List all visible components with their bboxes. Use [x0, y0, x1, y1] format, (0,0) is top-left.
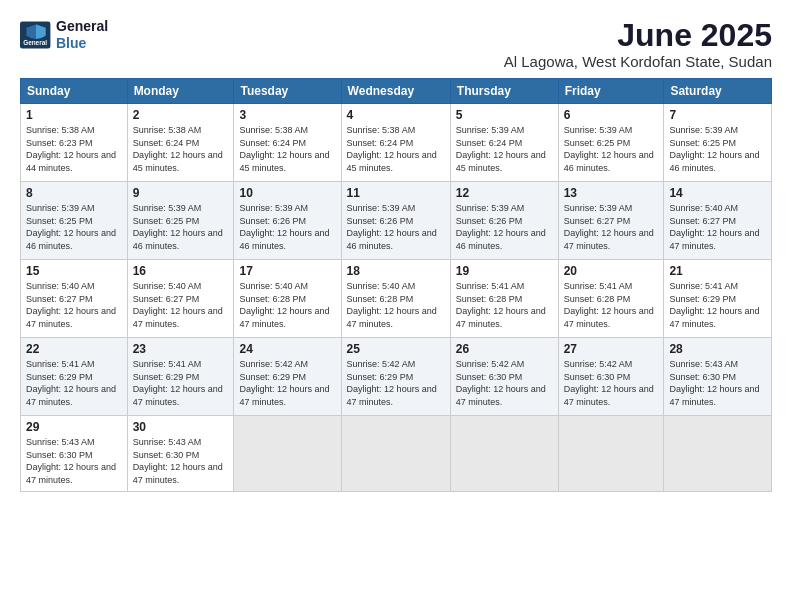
day-number: 22 — [26, 342, 122, 356]
day-number: 29 — [26, 420, 122, 434]
day-number: 17 — [239, 264, 335, 278]
day-info: Sunrise: 5:41 AM Sunset: 6:29 PM Dayligh… — [26, 358, 122, 408]
day-info: Sunrise: 5:39 AM Sunset: 6:26 PM Dayligh… — [456, 202, 553, 252]
header-tuesday: Tuesday — [234, 79, 341, 104]
header-monday: Monday — [127, 79, 234, 104]
day-number: 19 — [456, 264, 553, 278]
day-info: Sunrise: 5:40 AM Sunset: 6:27 PM Dayligh… — [133, 280, 229, 330]
day-info: Sunrise: 5:42 AM Sunset: 6:29 PM Dayligh… — [347, 358, 445, 408]
day-info: Sunrise: 5:41 AM Sunset: 6:28 PM Dayligh… — [564, 280, 659, 330]
calendar-subtitle: Al Lagowa, West Kordofan State, Sudan — [504, 53, 772, 70]
day-info: Sunrise: 5:39 AM Sunset: 6:25 PM Dayligh… — [133, 202, 229, 252]
day-info: Sunrise: 5:39 AM Sunset: 6:25 PM Dayligh… — [669, 124, 766, 174]
table-row: 13 Sunrise: 5:39 AM Sunset: 6:27 PM Dayl… — [558, 182, 664, 260]
day-info: Sunrise: 5:42 AM Sunset: 6:30 PM Dayligh… — [456, 358, 553, 408]
day-number: 16 — [133, 264, 229, 278]
day-number: 5 — [456, 108, 553, 122]
day-info: Sunrise: 5:41 AM Sunset: 6:29 PM Dayligh… — [669, 280, 766, 330]
day-number: 15 — [26, 264, 122, 278]
logo-line2: Blue — [56, 35, 108, 52]
day-number: 25 — [347, 342, 445, 356]
day-number: 1 — [26, 108, 122, 122]
day-info: Sunrise: 5:42 AM Sunset: 6:29 PM Dayligh… — [239, 358, 335, 408]
day-info: Sunrise: 5:38 AM Sunset: 6:24 PM Dayligh… — [133, 124, 229, 174]
day-number: 24 — [239, 342, 335, 356]
table-row — [341, 416, 450, 491]
table-row: 9 Sunrise: 5:39 AM Sunset: 6:25 PM Dayli… — [127, 182, 234, 260]
day-info: Sunrise: 5:43 AM Sunset: 6:30 PM Dayligh… — [26, 436, 122, 486]
table-row: 28 Sunrise: 5:43 AM Sunset: 6:30 PM Dayl… — [664, 338, 772, 416]
day-info: Sunrise: 5:39 AM Sunset: 6:24 PM Dayligh… — [456, 124, 553, 174]
table-row: 29 Sunrise: 5:43 AM Sunset: 6:30 PM Dayl… — [21, 416, 128, 491]
day-number: 4 — [347, 108, 445, 122]
page: General General Blue June 2025 Al Lagowa… — [0, 0, 792, 504]
calendar-title: June 2025 — [504, 18, 772, 53]
day-number: 30 — [133, 420, 229, 434]
day-info: Sunrise: 5:39 AM Sunset: 6:27 PM Dayligh… — [564, 202, 659, 252]
table-row — [234, 416, 341, 491]
weekday-header-row: Sunday Monday Tuesday Wednesday Thursday… — [21, 79, 772, 104]
table-row: 15 Sunrise: 5:40 AM Sunset: 6:27 PM Dayl… — [21, 260, 128, 338]
table-row: 27 Sunrise: 5:42 AM Sunset: 6:30 PM Dayl… — [558, 338, 664, 416]
table-row: 4 Sunrise: 5:38 AM Sunset: 6:24 PM Dayli… — [341, 104, 450, 182]
day-number: 26 — [456, 342, 553, 356]
table-row: 10 Sunrise: 5:39 AM Sunset: 6:26 PM Dayl… — [234, 182, 341, 260]
day-number: 2 — [133, 108, 229, 122]
day-number: 28 — [669, 342, 766, 356]
day-number: 8 — [26, 186, 122, 200]
svg-text:General: General — [23, 39, 47, 46]
table-row: 30 Sunrise: 5:43 AM Sunset: 6:30 PM Dayl… — [127, 416, 234, 491]
day-info: Sunrise: 5:43 AM Sunset: 6:30 PM Dayligh… — [133, 436, 229, 486]
day-info: Sunrise: 5:40 AM Sunset: 6:27 PM Dayligh… — [26, 280, 122, 330]
logo-text: General Blue — [56, 18, 108, 52]
table-row: 20 Sunrise: 5:41 AM Sunset: 6:28 PM Dayl… — [558, 260, 664, 338]
day-info: Sunrise: 5:42 AM Sunset: 6:30 PM Dayligh… — [564, 358, 659, 408]
day-number: 13 — [564, 186, 659, 200]
table-row: 12 Sunrise: 5:39 AM Sunset: 6:26 PM Dayl… — [450, 182, 558, 260]
table-row: 8 Sunrise: 5:39 AM Sunset: 6:25 PM Dayli… — [21, 182, 128, 260]
day-number: 20 — [564, 264, 659, 278]
day-number: 12 — [456, 186, 553, 200]
day-info: Sunrise: 5:40 AM Sunset: 6:27 PM Dayligh… — [669, 202, 766, 252]
day-number: 3 — [239, 108, 335, 122]
day-info: Sunrise: 5:39 AM Sunset: 6:26 PM Dayligh… — [347, 202, 445, 252]
table-row: 14 Sunrise: 5:40 AM Sunset: 6:27 PM Dayl… — [664, 182, 772, 260]
day-info: Sunrise: 5:38 AM Sunset: 6:24 PM Dayligh… — [239, 124, 335, 174]
table-row: 26 Sunrise: 5:42 AM Sunset: 6:30 PM Dayl… — [450, 338, 558, 416]
table-row: 2 Sunrise: 5:38 AM Sunset: 6:24 PM Dayli… — [127, 104, 234, 182]
header-friday: Friday — [558, 79, 664, 104]
logo-line1: General — [56, 18, 108, 35]
table-row: 19 Sunrise: 5:41 AM Sunset: 6:28 PM Dayl… — [450, 260, 558, 338]
day-info: Sunrise: 5:39 AM Sunset: 6:25 PM Dayligh… — [26, 202, 122, 252]
table-row: 18 Sunrise: 5:40 AM Sunset: 6:28 PM Dayl… — [341, 260, 450, 338]
table-row: 21 Sunrise: 5:41 AM Sunset: 6:29 PM Dayl… — [664, 260, 772, 338]
table-row: 22 Sunrise: 5:41 AM Sunset: 6:29 PM Dayl… — [21, 338, 128, 416]
logo-icon: General — [20, 21, 52, 49]
table-row — [450, 416, 558, 491]
table-row: 6 Sunrise: 5:39 AM Sunset: 6:25 PM Dayli… — [558, 104, 664, 182]
day-info: Sunrise: 5:40 AM Sunset: 6:28 PM Dayligh… — [347, 280, 445, 330]
table-row: 5 Sunrise: 5:39 AM Sunset: 6:24 PM Dayli… — [450, 104, 558, 182]
title-area: June 2025 Al Lagowa, West Kordofan State… — [504, 18, 772, 70]
table-row — [558, 416, 664, 491]
day-number: 14 — [669, 186, 766, 200]
day-number: 23 — [133, 342, 229, 356]
day-info: Sunrise: 5:39 AM Sunset: 6:26 PM Dayligh… — [239, 202, 335, 252]
day-info: Sunrise: 5:38 AM Sunset: 6:23 PM Dayligh… — [26, 124, 122, 174]
header-sunday: Sunday — [21, 79, 128, 104]
table-row: 3 Sunrise: 5:38 AM Sunset: 6:24 PM Dayli… — [234, 104, 341, 182]
day-number: 27 — [564, 342, 659, 356]
header-thursday: Thursday — [450, 79, 558, 104]
table-row: 23 Sunrise: 5:41 AM Sunset: 6:29 PM Dayl… — [127, 338, 234, 416]
day-info: Sunrise: 5:40 AM Sunset: 6:28 PM Dayligh… — [239, 280, 335, 330]
day-number: 18 — [347, 264, 445, 278]
table-row: 25 Sunrise: 5:42 AM Sunset: 6:29 PM Dayl… — [341, 338, 450, 416]
header: General General Blue June 2025 Al Lagowa… — [20, 18, 772, 70]
day-number: 9 — [133, 186, 229, 200]
table-row: 16 Sunrise: 5:40 AM Sunset: 6:27 PM Dayl… — [127, 260, 234, 338]
day-info: Sunrise: 5:43 AM Sunset: 6:30 PM Dayligh… — [669, 358, 766, 408]
day-number: 7 — [669, 108, 766, 122]
calendar-table: Sunday Monday Tuesday Wednesday Thursday… — [20, 78, 772, 491]
header-wednesday: Wednesday — [341, 79, 450, 104]
table-row: 11 Sunrise: 5:39 AM Sunset: 6:26 PM Dayl… — [341, 182, 450, 260]
